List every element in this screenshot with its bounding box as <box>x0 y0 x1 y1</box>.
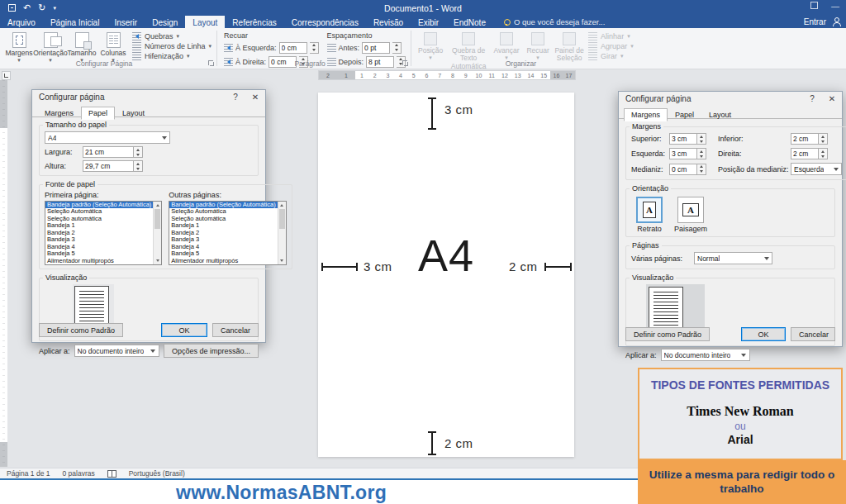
altura-input[interactable] <box>83 160 134 172</box>
quebra-texto-button[interactable]: Quebra de Texto Automática▾ <box>446 31 491 59</box>
outras-paginas-list[interactable]: Bandeja padrão (Seleção Automática)Seleç… <box>169 201 286 265</box>
posicao-medianiz-select[interactable]: Esquerda <box>791 163 842 175</box>
ok-button[interactable]: OK <box>741 327 786 341</box>
paper-size-select[interactable]: A4 <box>45 131 170 144</box>
painel-selecao-button[interactable]: Painel de Seleção <box>554 31 585 59</box>
tray-option[interactable]: Bandeja 2 <box>169 230 277 236</box>
ribbon-tab[interactable]: Inserir <box>107 16 145 28</box>
word-count[interactable]: 0 palavras <box>62 469 94 478</box>
scrollbar[interactable] <box>278 202 286 264</box>
ribbon-tab[interactable]: EndNote <box>446 16 493 28</box>
tray-option[interactable]: Bandeja padrão (Seleção Automática) <box>45 202 153 208</box>
ribbon-tab[interactable]: Exibir <box>411 16 446 28</box>
tray-option[interactable]: Bandeja 3 <box>45 236 153 243</box>
page-count[interactable]: Página 1 de 1 <box>7 469 50 478</box>
vertical-ruler[interactable] <box>0 80 7 467</box>
orientacao-button[interactable]: Orientação▾ <box>35 31 66 59</box>
medianiz-input[interactable] <box>669 164 697 175</box>
ribbon-display-options-icon[interactable] <box>810 2 818 9</box>
ribbon-tab[interactable]: Referências <box>225 16 283 28</box>
numeros-linha-button[interactable]: Números de Linha▾ <box>132 42 212 50</box>
horizontal-ruler[interactable]: 21 123456789101112131415 1617 <box>318 70 576 80</box>
dialog-tab[interactable]: Layout <box>115 107 152 120</box>
tamanho-button[interactable]: Tamanho▾ <box>66 31 97 59</box>
help-button[interactable]: ? <box>226 90 245 104</box>
tray-option[interactable]: Seleção Automática <box>169 208 277 215</box>
direita-input[interactable] <box>791 148 819 159</box>
dialog-tab[interactable]: Margens <box>37 107 81 120</box>
tray-option[interactable]: Alimentador multipropós <box>169 258 277 264</box>
dialog-tab[interactable]: Layout <box>701 108 739 121</box>
dialog-tab[interactable]: Margens <box>624 108 668 121</box>
proofing-icon[interactable] <box>107 470 116 478</box>
medianiz-spinner[interactable] <box>697 164 706 175</box>
tray-option[interactable]: Bandeja 4 <box>45 244 153 250</box>
ribbon-tab[interactable]: Correspondências <box>284 16 366 28</box>
tray-option[interactable]: Bandeja 3 <box>169 236 277 243</box>
dialog-launcher-icon[interactable] <box>402 60 409 67</box>
tray-option[interactable]: Bandeja 2 <box>45 230 153 236</box>
language-indicator[interactable]: Português (Brasil) <box>129 469 185 478</box>
esquerda-spinner[interactable] <box>697 148 706 159</box>
margens-button[interactable]: Margens▾ <box>3 31 35 59</box>
help-button[interactable]: ? <box>802 92 822 106</box>
tray-option[interactable]: Bandeja 4 <box>169 244 277 250</box>
recuar-button[interactable]: Recuar▾ <box>522 31 554 59</box>
tray-option[interactable]: Seleção automática <box>45 216 153 222</box>
agrupar-button[interactable]: Agrupar▾ <box>588 42 634 50</box>
ribbon-tab[interactable]: Revisão <box>366 16 411 28</box>
paisagem-option[interactable]: A <box>677 197 704 223</box>
space-before-input[interactable] <box>362 42 390 54</box>
superior-spinner[interactable] <box>697 133 706 145</box>
opcoes-impressao-button[interactable]: Opções de impressão... <box>164 344 259 358</box>
tray-option[interactable]: Bandeja 5 <box>45 250 153 257</box>
dialog-tab[interactable]: Papel <box>81 107 115 120</box>
colunas-button[interactable]: Colunas▾ <box>97 31 129 59</box>
avancar-button[interactable]: Avançar▾ <box>491 31 522 59</box>
tell-me-box[interactable]: O que você deseja fazer... <box>493 16 605 28</box>
aplicar-select[interactable]: No documento inteiro <box>661 349 750 361</box>
scrollbar[interactable] <box>153 202 161 264</box>
inferior-spinner[interactable] <box>819 133 828 145</box>
ribbon-tab[interactable]: Layout <box>185 16 225 28</box>
close-button[interactable]: ✕ <box>822 92 842 106</box>
ok-button[interactable]: OK <box>161 323 207 337</box>
definir-padrao-button[interactable]: Definir como Padrão <box>625 327 710 341</box>
altura-spinner[interactable] <box>134 160 143 172</box>
dialog-tab[interactable]: Papel <box>668 108 701 121</box>
ribbon-tab[interactable]: Arquivo <box>0 16 43 28</box>
direita-spinner[interactable] <box>819 148 828 159</box>
varias-paginas-select[interactable]: Normal <box>694 252 772 264</box>
close-button[interactable]: ✕ <box>245 90 265 104</box>
tray-option[interactable]: Bandeja 1 <box>45 222 153 229</box>
quebras-button[interactable]: Quebras▾ <box>132 32 212 40</box>
indent-left-input[interactable] <box>279 42 307 54</box>
alinhar-button[interactable]: Alinhar▾ <box>588 32 634 40</box>
retrato-option[interactable]: A <box>636 197 663 223</box>
document-page[interactable]: A4 3 cm 3 cm 2 cm 2 cm <box>318 93 574 457</box>
space-before-spinner[interactable] <box>392 42 402 54</box>
website-link[interactable]: www.NormasABNT.org <box>176 482 387 504</box>
superior-input[interactable] <box>669 133 697 145</box>
cancelar-button[interactable]: Cancelar <box>212 323 259 337</box>
tray-option[interactable]: Seleção automática <box>169 216 277 222</box>
indent-left-spinner[interactable] <box>310 42 319 54</box>
tray-option[interactable]: Bandeja 5 <box>169 250 277 257</box>
sign-in-button[interactable]: Entrar <box>804 16 841 28</box>
cancelar-button[interactable]: Cancelar <box>791 327 835 341</box>
definir-padrao-button[interactable]: Definir como Padrão <box>39 323 123 337</box>
tab-selector[interactable] <box>2 71 11 80</box>
ribbon-tab[interactable]: Página Inicial <box>43 16 107 28</box>
primeira-pagina-list[interactable]: Bandeja padrão (Seleção Automática)Seleç… <box>45 201 162 265</box>
largura-spinner[interactable] <box>134 146 143 158</box>
tray-option[interactable]: Alimentador multipropós <box>45 258 153 264</box>
minimize-icon[interactable]: — <box>831 2 839 11</box>
dialog-launcher-icon[interactable] <box>208 60 215 67</box>
tray-option[interactable]: Seleção Automática <box>45 208 153 215</box>
posicao-button[interactable]: Posição▾ <box>415 31 446 59</box>
ribbon-tab[interactable]: Design <box>145 16 185 28</box>
tray-option[interactable]: Bandeja 1 <box>169 222 277 229</box>
esquerda-input[interactable] <box>669 148 697 159</box>
tray-option[interactable]: Bandeja padrão (Seleção Automática) <box>169 202 277 208</box>
inferior-input[interactable] <box>791 133 819 145</box>
